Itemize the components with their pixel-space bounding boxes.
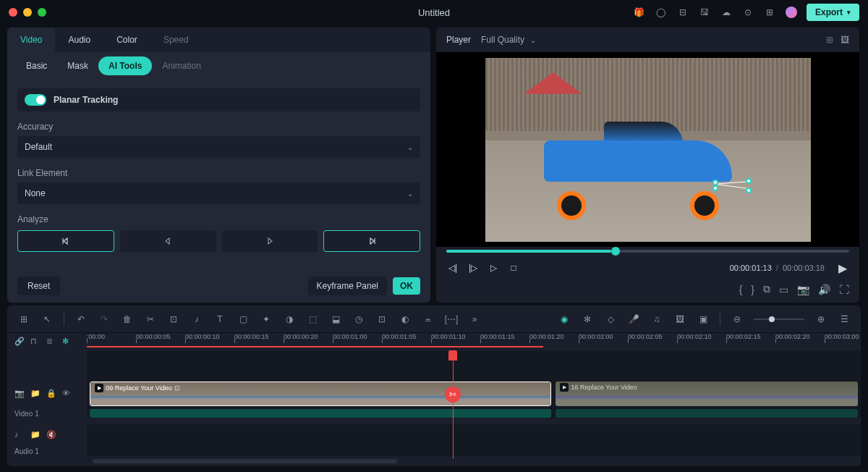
compare-icon[interactable]: ⧉ — [763, 283, 770, 295]
time-ruler[interactable]: :00:00 00:00:00:05 00:00:00:10 00:00:00:… — [87, 333, 861, 350]
next-frame-button[interactable]: ▷ — [487, 261, 500, 274]
tab-video[interactable]: Video — [7, 28, 55, 52]
audio-inline-1[interactable] — [90, 409, 551, 418]
tab-color[interactable]: Color — [103, 28, 150, 52]
inspector-body: Planar Tracking Accuracy Default⌄ Link E… — [7, 80, 430, 269]
shield-icon[interactable]: ◇ — [604, 313, 617, 326]
cut-icon[interactable]: ✂ — [144, 313, 157, 326]
mute-icon[interactable]: 🔇 — [46, 430, 56, 440]
subtab-aitools[interactable]: AI Tools — [98, 56, 152, 75]
quality-select[interactable]: Full Quality⌄ — [481, 35, 536, 45]
replace-icon[interactable]: ⬓ — [329, 313, 342, 326]
focus-icon[interactable]: ⊡ — [375, 313, 388, 326]
analyze-step-back-button[interactable] — [17, 230, 114, 252]
ai-icon[interactable]: ◉ — [558, 313, 571, 326]
gear-icon[interactable]: ✻ — [581, 313, 594, 326]
tab-speed[interactable]: Speed — [150, 28, 202, 52]
stop-button[interactable]: □ — [507, 261, 520, 274]
link-element-select[interactable]: None⌄ — [17, 182, 420, 204]
timer-icon[interactable]: ◷ — [352, 313, 365, 326]
auto-icon[interactable]: ✻ — [62, 337, 72, 347]
cloud-icon[interactable]: ☁ — [720, 6, 733, 19]
tab-audio[interactable]: Audio — [55, 28, 103, 52]
zoom-out-icon[interactable]: ⊖ — [731, 313, 744, 326]
snap-icon[interactable]: ≣ — [46, 337, 56, 347]
magnet-icon[interactable]: ⊓ — [30, 337, 41, 347]
effects-icon[interactable]: ✦ — [260, 313, 273, 326]
subtab-mask[interactable]: Mask — [57, 56, 98, 75]
music-icon[interactable]: ♪ — [190, 313, 203, 326]
music-track-icon[interactable]: ♪ — [14, 430, 25, 440]
zoom-slider[interactable] — [754, 319, 804, 320]
monitor-icon[interactable]: ⊟ — [676, 6, 689, 19]
link-icon[interactable]: 🔗 — [14, 337, 25, 347]
eye-icon[interactable]: 👁 — [62, 389, 72, 399]
delete-icon[interactable]: 🗑 — [121, 313, 134, 326]
grid-view-icon[interactable]: ⊞ — [826, 35, 833, 45]
analyze-forward-button[interactable] — [222, 230, 318, 252]
adjust-icon[interactable]: ⫨ — [422, 313, 435, 326]
render-icon[interactable]: ▣ — [697, 313, 710, 326]
pointer-icon[interactable]: ↖ — [41, 313, 54, 326]
crop-icon[interactable]: ⊡ — [167, 313, 180, 326]
subtab-basic[interactable]: Basic — [16, 56, 57, 75]
mosaic-icon[interactable]: ⬚ — [306, 313, 319, 326]
folder-icon[interactable]: 📁 — [30, 389, 41, 399]
analyze-back-button[interactable] — [120, 230, 216, 252]
audio-icon[interactable]: ♫ — [650, 313, 663, 326]
audio-inline-2[interactable] — [556, 409, 857, 418]
save-icon[interactable]: 🖫 — [698, 6, 711, 19]
brace-open-icon[interactable]: { — [739, 284, 743, 295]
maximize-window-icon[interactable] — [38, 8, 46, 17]
subtab-animation[interactable]: Animation — [152, 56, 210, 75]
record-icon[interactable]: ◯ — [655, 6, 668, 19]
list-icon[interactable]: ☰ — [838, 313, 851, 326]
fullscreen-button[interactable]: ▶ — [836, 261, 849, 274]
export-button[interactable]: Export▾ — [807, 4, 859, 21]
close-window-icon[interactable] — [9, 8, 17, 17]
video-clip-1[interactable]: ▶09 Replace Your Video ⊡ — [90, 382, 551, 406]
brace-close-icon[interactable]: } — [751, 284, 754, 295]
minimize-window-icon[interactable] — [23, 8, 32, 17]
snapshot-icon[interactable]: 📷 — [797, 284, 809, 295]
camera-icon[interactable]: 📷 — [14, 389, 25, 399]
headphones-icon[interactable]: ⊙ — [741, 6, 754, 19]
expand-icon[interactable]: ⛶ — [839, 284, 849, 295]
image-icon[interactable]: 🖼 — [673, 313, 686, 326]
layout-icon[interactable]: ⊞ — [17, 313, 30, 326]
scrub-bar[interactable] — [436, 247, 859, 256]
image-icon[interactable]: 🖼 — [841, 35, 849, 45]
gift-icon[interactable]: 🎁 — [633, 6, 646, 19]
ruler-head: 🔗 ⊓ ≣ ✻ — [7, 333, 87, 350]
ok-button[interactable]: OK — [393, 277, 420, 295]
header-actions: 🎁 ◯ ⊟ 🖫 ☁ ⊙ ⊞ Export▾ — [633, 4, 859, 21]
video-clip-2[interactable]: ▶16 Replace Your Video — [556, 382, 857, 406]
prev-frame-button[interactable]: ◁| — [446, 261, 459, 274]
redo-icon[interactable]: ↷ — [98, 313, 111, 326]
marker-icon[interactable]: [⋯] — [445, 313, 458, 326]
folder-icon[interactable]: 📁 — [30, 430, 41, 440]
mic-icon[interactable]: 🎤 — [627, 313, 640, 326]
color-icon[interactable]: ◐ — [399, 313, 412, 326]
horizontal-scrollbar[interactable] — [93, 459, 397, 463]
preview-viewport[interactable] — [436, 52, 859, 247]
accuracy-select[interactable]: Default⌄ — [17, 136, 420, 158]
transition-icon[interactable]: ◑ — [283, 313, 296, 326]
apps-icon[interactable]: ⊞ — [763, 6, 776, 19]
overlay-icon[interactable]: ▭ — [779, 284, 788, 295]
play-button[interactable]: |▷ — [467, 261, 480, 274]
split-button[interactable]: ✂ — [445, 387, 461, 403]
text-icon[interactable]: T — [213, 313, 226, 326]
undo-icon[interactable]: ↶ — [75, 313, 88, 326]
zoom-in-icon[interactable]: ⊕ — [814, 313, 827, 326]
tracking-overlay[interactable] — [712, 175, 752, 190]
analyze-step-forward-button[interactable] — [323, 230, 420, 252]
volume-icon[interactable]: 🔊 — [818, 284, 830, 295]
shape-icon[interactable]: ▢ — [237, 313, 250, 326]
planar-tracking-toggle[interactable] — [25, 94, 46, 106]
reset-button[interactable]: Reset — [17, 277, 60, 295]
user-avatar[interactable] — [785, 6, 798, 19]
more-icon[interactable]: » — [468, 313, 481, 326]
lock-icon[interactable]: 🔒 — [46, 389, 56, 399]
keyframe-panel-button[interactable]: Keyframe Panel — [308, 277, 387, 295]
